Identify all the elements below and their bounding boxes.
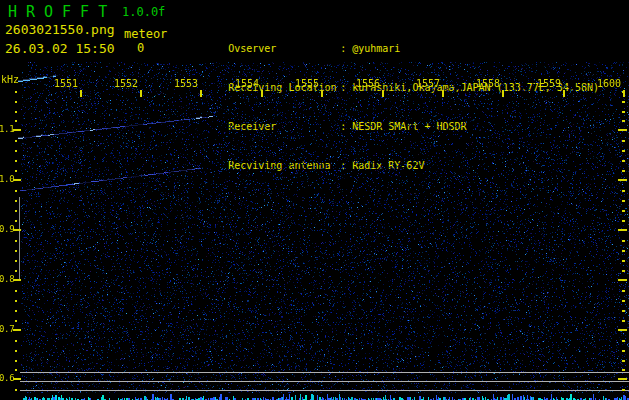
spectrogram-canvas (0, 60, 629, 400)
meteor-counter-value: 0 (137, 41, 144, 55)
datetime-label: 26.03.02 15:50 (5, 41, 115, 56)
info-row-observer: Ovserver:@yuhmari (180, 29, 599, 42)
app-title: HROFFT (8, 3, 116, 21)
info-value: @yuhmari (352, 43, 400, 54)
meteor-counter-label: meteor (124, 27, 167, 41)
info-separator: : (340, 42, 352, 55)
hrofft-screen: HROFFT 1.0.0f 2603021550.png meteor 26.0… (0, 0, 629, 400)
output-filename: 2603021550.png (5, 22, 115, 37)
version-label: 1.0.0f (122, 5, 165, 19)
info-label: Ovserver (228, 42, 340, 55)
